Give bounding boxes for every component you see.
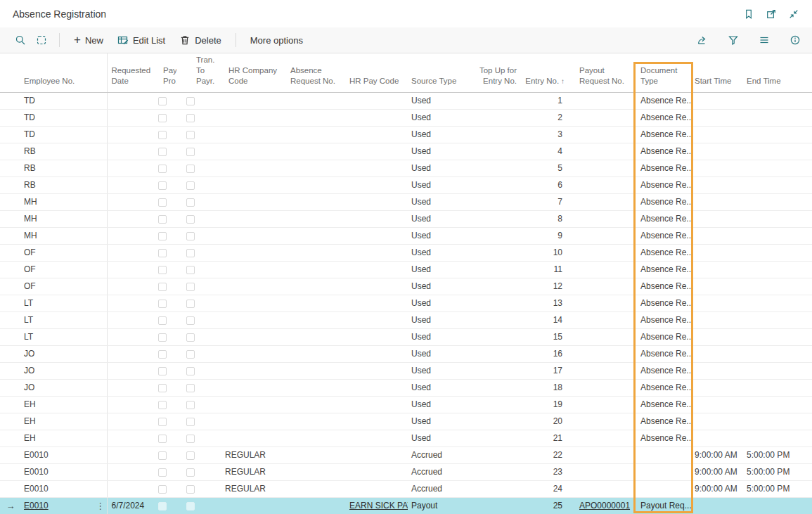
cell-employee-no[interactable]: OF <box>21 244 94 261</box>
cell-payr-pro[interactable] <box>155 362 176 379</box>
cell-hr-company-code[interactable]: REGULAR <box>214 446 288 463</box>
payr-pro-checkbox[interactable] <box>158 502 167 510</box>
cell-requested-date[interactable] <box>107 193 155 210</box>
cell-payr-pro[interactable] <box>155 396 176 413</box>
cell-absence-request-no[interactable] <box>288 160 346 176</box>
column-header-end-time[interactable]: End Time <box>742 53 812 92</box>
cell-tran-to-payr[interactable] <box>176 396 214 413</box>
cell-payout-request-no[interactable] <box>573 328 632 345</box>
cell-hr-company-code[interactable] <box>214 176 288 193</box>
table-row[interactable]: JOUsed16Absence Re... <box>0 345 812 362</box>
cell-end-time[interactable] <box>742 362 812 379</box>
cell-entry-no[interactable]: 11 <box>520 261 573 278</box>
payr-pro-checkbox[interactable] <box>158 451 167 460</box>
cell-source-type[interactable]: Used <box>408 328 472 345</box>
cell-document-type[interactable]: Absence Re... <box>632 328 693 345</box>
cell-tran-to-payr[interactable] <box>176 126 214 143</box>
table-row[interactable]: OFUsed12Absence Re... <box>0 278 812 295</box>
cell-requested-date[interactable] <box>107 278 155 295</box>
cell-end-time[interactable] <box>742 227 812 244</box>
cell-hr-company-code[interactable] <box>214 362 288 379</box>
cell-tran-to-payr[interactable] <box>176 210 214 227</box>
cell-hr-company-code[interactable] <box>214 143 288 160</box>
cell-start-time[interactable] <box>693 328 742 345</box>
table-row[interactable]: LTUsed15Absence Re... <box>0 328 812 345</box>
cell-requested-date[interactable] <box>107 92 155 109</box>
cell-end-time[interactable] <box>742 413 812 430</box>
cell-source-type[interactable]: Used <box>408 379 472 396</box>
cell-tran-to-payr[interactable] <box>176 328 214 345</box>
cell-requested-date[interactable] <box>107 463 155 480</box>
cell-hr-company-code[interactable] <box>214 193 288 210</box>
cell-start-time[interactable] <box>693 160 742 176</box>
tran-to-payr-checkbox[interactable] <box>186 232 195 240</box>
cell-top-up-for-entry-no[interactable] <box>472 261 520 278</box>
cell-entry-no[interactable]: 1 <box>520 92 573 109</box>
tran-to-payr-checkbox[interactable] <box>186 384 195 392</box>
cell-start-time[interactable] <box>693 193 742 210</box>
tran-to-payr-checkbox[interactable] <box>186 350 195 359</box>
cell-top-up-for-entry-no[interactable] <box>472 396 520 413</box>
cell-hr-pay-code[interactable] <box>346 227 408 244</box>
cell-hr-pay-code[interactable]: EARN SICK PAY <box>346 497 408 514</box>
cell-end-time[interactable] <box>742 143 812 160</box>
cell-entry-no[interactable]: 3 <box>520 126 573 143</box>
cell-end-time[interactable] <box>742 244 812 261</box>
cell-top-up-for-entry-no[interactable] <box>472 463 520 480</box>
table-row[interactable]: E0010REGULARAccrued249:00:00 AM5:00:00 P… <box>0 480 812 497</box>
cell-start-time[interactable] <box>693 345 742 362</box>
cell-start-time[interactable]: 9:00:00 AM <box>693 480 742 497</box>
cell-top-up-for-entry-no[interactable] <box>472 126 520 143</box>
cell-top-up-for-entry-no[interactable] <box>472 227 520 244</box>
column-header-start-time[interactable]: Start Time <box>693 53 742 92</box>
payr-pro-checkbox[interactable] <box>158 165 167 173</box>
cell-entry-no[interactable]: 24 <box>520 480 573 497</box>
cell-requested-date[interactable] <box>107 143 155 160</box>
cell-requested-date[interactable] <box>107 446 155 463</box>
cell-payout-request-no[interactable] <box>573 193 632 210</box>
cell-start-time[interactable] <box>693 176 742 193</box>
table-row[interactable]: LTUsed13Absence Re... <box>0 295 812 311</box>
cell-employee-no[interactable]: EH <box>21 396 94 413</box>
cell-hr-company-code[interactable] <box>214 160 288 176</box>
cell-hr-company-code[interactable] <box>214 227 288 244</box>
cell-source-type[interactable]: Used <box>408 295 472 311</box>
cell-source-type[interactable]: Used <box>408 176 472 193</box>
cell-payr-pro[interactable] <box>155 295 176 311</box>
cell-entry-no[interactable]: 17 <box>520 362 573 379</box>
cell-requested-date[interactable] <box>107 379 155 396</box>
table-row[interactable]: LTUsed14Absence Re... <box>0 311 812 328</box>
cell-payr-pro[interactable] <box>155 311 176 328</box>
cell-employee-no[interactable]: EH <box>21 430 94 446</box>
cell-hr-company-code[interactable] <box>214 311 288 328</box>
cell-document-type[interactable]: Absence Re... <box>632 92 693 109</box>
cell-source-type[interactable]: Used <box>408 244 472 261</box>
cell-payr-pro[interactable] <box>155 244 176 261</box>
cell-top-up-for-entry-no[interactable] <box>472 244 520 261</box>
cell-entry-no[interactable]: 7 <box>520 193 573 210</box>
payr-pro-checkbox[interactable] <box>158 418 167 426</box>
tran-to-payr-checkbox[interactable] <box>186 114 195 122</box>
cell-top-up-for-entry-no[interactable] <box>472 311 520 328</box>
cell-payr-pro[interactable] <box>155 160 176 176</box>
cell-start-time[interactable] <box>693 311 742 328</box>
tran-to-payr-checkbox[interactable] <box>186 165 195 173</box>
payr-pro-checkbox[interactable] <box>158 97 167 105</box>
cell-requested-date[interactable] <box>107 176 155 193</box>
cell-hr-pay-code[interactable] <box>346 463 408 480</box>
cell-hr-pay-code[interactable] <box>346 396 408 413</box>
tran-to-payr-checkbox[interactable] <box>186 266 195 274</box>
cell-entry-no[interactable]: 14 <box>520 311 573 328</box>
cell-payr-pro[interactable] <box>155 430 176 446</box>
cell-source-type[interactable]: Used <box>408 210 472 227</box>
cell-hr-company-code[interactable] <box>214 396 288 413</box>
cell-end-time[interactable]: 5:00:00 PM <box>742 446 812 463</box>
table-row[interactable]: E0010REGULARAccrued239:00:00 AM5:00:00 P… <box>0 463 812 480</box>
cell-top-up-for-entry-no[interactable] <box>472 143 520 160</box>
payr-pro-checkbox[interactable] <box>158 468 167 477</box>
cell-entry-no[interactable]: 20 <box>520 413 573 430</box>
cell-end-time[interactable] <box>742 295 812 311</box>
cell-payout-request-no[interactable] <box>573 261 632 278</box>
tran-to-payr-checkbox[interactable] <box>186 300 195 308</box>
cell-payr-pro[interactable] <box>155 345 176 362</box>
